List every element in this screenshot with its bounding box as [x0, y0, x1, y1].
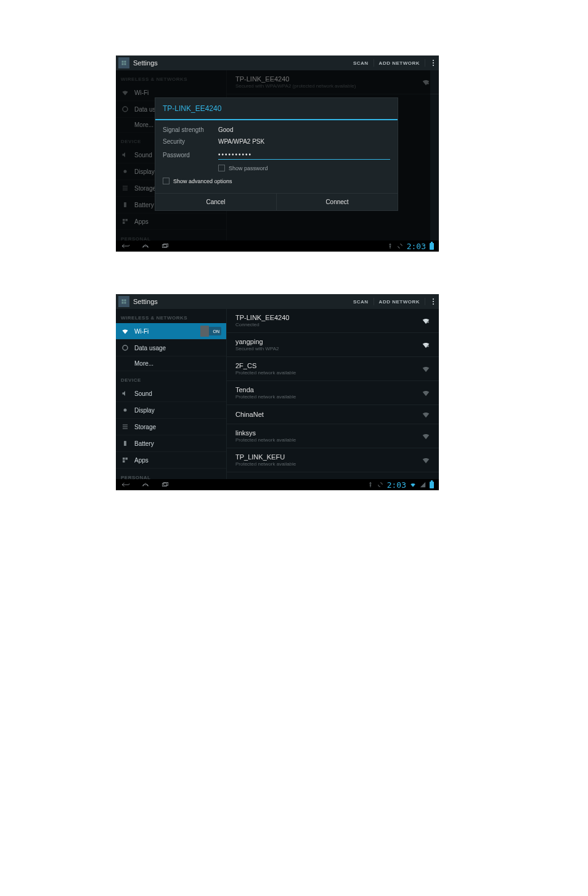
- show-password-checkbox[interactable]: [218, 165, 225, 171]
- network-name: TP_LINK_KEFU: [235, 453, 422, 461]
- wifi-signal-icon: [422, 316, 430, 325]
- usb-icon: [387, 243, 393, 249]
- sidebar-item-label: Data usage: [134, 345, 221, 351]
- network-item[interactable]: ChinaNet: [227, 405, 439, 424]
- divider: [374, 298, 374, 305]
- svg-rect-3: [125, 64, 126, 65]
- display-icon: [121, 406, 129, 414]
- svg-rect-11: [162, 245, 166, 248]
- sidebar-item-display[interactable]: Display: [116, 402, 226, 419]
- recent-apps-button[interactable]: [160, 481, 170, 488]
- advanced-options-checkbox[interactable]: [163, 178, 169, 184]
- battery-icon: [430, 482, 434, 488]
- sync-icon: [377, 482, 383, 488]
- sidebar-item-label: More...: [134, 360, 221, 367]
- security-value: WPA/WPA2 PSK: [218, 138, 390, 145]
- battery-icon: [430, 243, 434, 250]
- sidebar-item-apps[interactable]: Apps: [116, 452, 226, 469]
- svg-rect-1: [125, 61, 126, 63]
- signal-strength-label: Signal strength: [163, 126, 218, 133]
- network-item[interactable]: TP_LINK_KEFUProtected network available: [227, 448, 439, 472]
- sidebar-item-wifi[interactable]: Wi-Fi ON: [116, 323, 226, 340]
- network-name: ChinaNet: [235, 411, 422, 418]
- divider: [425, 298, 425, 305]
- show-password-row[interactable]: Show password: [218, 165, 390, 171]
- home-button[interactable]: [141, 481, 150, 488]
- svg-rect-22: [123, 461, 125, 463]
- add-network-button[interactable]: ADD NETWORK: [379, 60, 420, 66]
- back-button[interactable]: [121, 242, 131, 250]
- network-subtitle: Protected network available: [235, 437, 422, 443]
- scan-button[interactable]: SCAN: [353, 299, 369, 305]
- dialog-title: TP-LINK_EE4240: [155, 98, 398, 120]
- password-input[interactable]: [218, 150, 390, 160]
- home-button[interactable]: [141, 242, 150, 250]
- network-subtitle: Protected network available: [235, 461, 422, 467]
- overflow-menu-button[interactable]: [430, 298, 436, 305]
- wifi-icon: [121, 327, 129, 335]
- svg-rect-25: [162, 483, 166, 487]
- connect-button[interactable]: Connect: [277, 194, 398, 210]
- svg-rect-19: [124, 441, 126, 446]
- settings-app-icon: [118, 57, 129, 68]
- sound-icon: [121, 389, 129, 398]
- sync-icon: [397, 243, 403, 249]
- divider: [425, 59, 425, 67]
- system-nav-bar: 2:03: [116, 479, 439, 490]
- overflow-menu-button[interactable]: [430, 60, 436, 66]
- svg-rect-16: [125, 302, 126, 304]
- clock: 2:03: [407, 242, 426, 251]
- clock: 2:03: [387, 480, 406, 490]
- wifi-toggle[interactable]: ON: [202, 327, 221, 335]
- advanced-options-row[interactable]: Show advanced options: [163, 178, 390, 184]
- screenshot-wifi-dialog: Settings SCAN ADD NETWORK WIRELESS & NET…: [116, 55, 439, 252]
- sidebar-item-label: Apps: [134, 457, 221, 464]
- signal-strength-value: Good: [218, 126, 390, 133]
- network-subtitle: Protected network available: [235, 370, 422, 376]
- svg-rect-14: [125, 300, 126, 302]
- network-name: TP-LINK_EE4240: [235, 314, 422, 321]
- svg-rect-23: [427, 321, 429, 323]
- svg-point-18: [124, 409, 127, 412]
- svg-rect-26: [164, 483, 168, 486]
- svg-rect-24: [427, 345, 429, 347]
- wifi-status-icon: [410, 482, 416, 488]
- cancel-button[interactable]: Cancel: [155, 194, 277, 210]
- recent-apps-button[interactable]: [160, 242, 170, 250]
- network-name: linksys: [235, 429, 422, 437]
- sidebar-item-label: Sound: [134, 390, 221, 397]
- sidebar-item-more[interactable]: More...: [116, 356, 226, 371]
- network-item[interactable]: TP-LINK_EE4240Connected: [227, 309, 439, 333]
- advanced-options-label: Show advanced options: [173, 178, 232, 184]
- svg-rect-13: [122, 300, 124, 302]
- network-item[interactable]: TendaProtected network available: [227, 381, 439, 405]
- sidebar-item-label: Battery: [134, 440, 221, 447]
- sidebar-item-label: Display: [134, 407, 221, 414]
- wifi-signal-icon: [422, 410, 430, 419]
- action-bar: Settings SCAN ADD NETWORK: [116, 55, 439, 70]
- sidebar-item-battery[interactable]: Battery: [116, 435, 226, 452]
- network-item[interactable]: 2F_CSProtected network available: [227, 357, 439, 381]
- svg-rect-12: [164, 244, 168, 247]
- wifi-network-list: TP-LINK_EE4240ConnectedyangpingSecured w…: [227, 309, 439, 479]
- sidebar-item-data-usage[interactable]: Data usage: [116, 340, 226, 356]
- settings-app-icon: [118, 296, 129, 307]
- usb-icon: [367, 482, 374, 488]
- network-item[interactable]: linksysProtected network available: [227, 424, 439, 448]
- sidebar-item-sound[interactable]: Sound: [116, 385, 226, 402]
- settings-sidebar: WIRELESS & NETWORKS Wi-Fi ON Data usage …: [116, 309, 227, 479]
- network-item[interactable]: yangpingSecured with WPA2: [227, 333, 439, 357]
- battery-icon: [121, 439, 129, 448]
- back-button[interactable]: [121, 481, 131, 488]
- sidebar-item-storage[interactable]: Storage: [116, 419, 226, 435]
- svg-rect-21: [126, 458, 128, 460]
- scan-button[interactable]: SCAN: [353, 60, 369, 66]
- page-title: Settings: [133, 298, 353, 305]
- action-bar: Settings SCAN ADD NETWORK: [116, 294, 439, 309]
- wifi-signal-icon: [422, 388, 430, 397]
- network-subtitle: Protected network available: [235, 394, 422, 400]
- svg-point-17: [123, 345, 128, 350]
- section-device: DEVICE: [116, 371, 226, 385]
- add-network-button[interactable]: ADD NETWORK: [379, 299, 420, 305]
- page-title: Settings: [133, 59, 353, 67]
